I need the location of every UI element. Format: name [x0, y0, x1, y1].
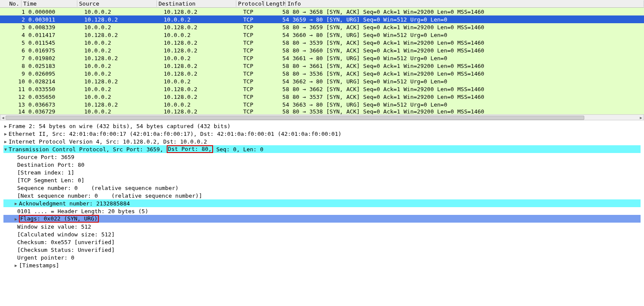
packet-row[interactable]: 90.02609510.0.0.210.128.0.2TCP5880 → 353… [0, 70, 644, 77]
field-src-port-label: Source Port: 3659 [17, 154, 74, 160]
cell-info: 80 → 3536 [SYN, ACK] Seq=0 Ack=1 Win=292… [291, 70, 644, 77]
packet-row[interactable]: 110.03355010.0.0.210.128.0.2TCP5880 → 36… [0, 85, 644, 93]
field-next-seq[interactable]: [Next sequence number: 0 (relative seque… [3, 192, 644, 199]
field-seq-number-label: Sequence number: 0 (relative sequence nu… [17, 185, 179, 191]
cell-time: 0.003011 [27, 16, 82, 23]
packet-row[interactable]: 130.03667310.128.0.210.0.0.2TCP543663 → … [0, 101, 644, 108]
field-timestamps[interactable]: [Timestamps] [3, 261, 644, 269]
cell-length: 54 [269, 16, 291, 23]
cell-source: 10.0.0.2 [82, 94, 162, 100]
field-window-size[interactable]: Window size value: 512 [3, 223, 644, 230]
packet-row[interactable]: 10.00000010.0.0.210.128.0.2TCP5880 → 365… [0, 8, 644, 15]
cell-length: 58 [269, 9, 291, 15]
packet-details: Frame 2: 54 bytes on wire (432 bits), 54… [0, 120, 644, 286]
tree-ip-label: Internet Protocol Version 4, Src: 10.128… [9, 138, 207, 145]
col-header-length[interactable]: Length [264, 0, 286, 7]
expand-icon[interactable] [14, 217, 18, 221]
cell-dest: 10.128.0.2 [162, 86, 241, 92]
field-header-length[interactable]: 0101 .... = Header Length: 20 bytes (5) [3, 207, 644, 215]
cell-time: 0.011545 [27, 40, 82, 46]
cell-no: 9 [5, 70, 27, 77]
packet-row[interactable]: 60.01697510.0.0.210.128.0.2TCP5880 → 366… [0, 46, 644, 54]
field-seq-number[interactable]: Sequence number: 0 (relative sequence nu… [3, 184, 644, 192]
cell-time: 0.016975 [27, 47, 82, 54]
expand-icon[interactable] [3, 139, 8, 144]
field-calc-window-size[interactable]: [Calculated window size: 512] [3, 230, 644, 238]
cell-no: 3 [5, 24, 27, 31]
field-dst-port-label: Destination Port: 80 [17, 162, 85, 168]
cell-protocol: TCP [241, 70, 269, 77]
cell-time: 0.008339 [27, 24, 82, 31]
field-dst-port[interactable]: Destination Port: 80 [3, 161, 644, 168]
field-segment-len-label: [TCP Segment Len: 0] [17, 177, 85, 184]
cell-no: 2 [5, 16, 27, 23]
cell-no: 11 [5, 86, 27, 92]
cell-info: 80 → 3538 [SYN, ACK] Seq=0 Ack=1 Win=292… [291, 108, 644, 114]
tree-tcp-dst-port-highlight: Dst Port: 80, [167, 145, 213, 153]
col-header-no[interactable]: No. [0, 0, 21, 7]
cell-protocol: TCP [241, 78, 269, 85]
field-checksum-status-label: [Checksum Status: Unverified] [17, 247, 115, 253]
cell-length: 58 [269, 24, 291, 31]
packet-row[interactable]: 20.00301110.128.0.210.0.0.2TCP543659 → 8… [0, 15, 644, 23]
packet-row[interactable]: 120.03565010.0.0.210.128.0.2TCP5880 → 35… [0, 93, 644, 101]
cell-length: 58 [269, 108, 291, 114]
cell-no: 10 [5, 78, 27, 85]
field-segment-len[interactable]: [TCP Segment Len: 0] [3, 176, 644, 184]
packet-row[interactable]: 50.01154510.0.0.210.128.0.2TCP5880 → 353… [0, 39, 644, 46]
cell-info: 3659 → 80 [SYN, URG] Seq=0 Win=512 Urg=0… [291, 16, 644, 23]
cell-source: 10.0.0.2 [82, 47, 162, 54]
packet-row[interactable]: 70.01980210.128.0.210.0.0.2TCP543661 → 8… [0, 54, 644, 62]
tree-tcp[interactable]: Transmission Control Protocol, Src Port:… [3, 145, 641, 153]
collapse-icon[interactable] [3, 147, 8, 152]
expand-icon[interactable] [14, 263, 18, 268]
packet-row[interactable]: 140.03672910.0.0.210.128.0.2TCP5880 → 35… [0, 108, 644, 114]
cell-info: 80 → 3662 [SYN, ACK] Seq=0 Ack=1 Win=292… [291, 86, 644, 92]
scroll-right-icon[interactable]: ▶ [638, 115, 644, 121]
cell-protocol: TCP [241, 32, 269, 38]
tree-frame[interactable]: Frame 2: 54 bytes on wire (432 bits), 54… [3, 122, 644, 130]
field-ack-number[interactable]: Acknowledgment number: 2132885884 [3, 199, 641, 207]
col-header-info[interactable]: Info [286, 0, 644, 7]
cell-time: 0.036729 [27, 108, 82, 114]
cell-info: 3662 → 80 [SYN, URG] Seq=0 Win=512 Urg=0… [291, 78, 644, 85]
packet-row[interactable]: 30.00833910.0.0.210.128.0.2TCP5880 → 365… [0, 23, 644, 31]
tree-ip[interactable]: Internet Protocol Version 4, Src: 10.128… [3, 138, 644, 145]
cell-dest: 10.0.0.2 [162, 78, 241, 85]
expand-icon[interactable] [3, 132, 8, 136]
cell-source: 10.0.0.2 [82, 9, 162, 15]
scrollbar-thumb[interactable] [6, 116, 584, 120]
cell-time: 0.025183 [27, 63, 82, 69]
col-header-time[interactable]: Time [21, 0, 77, 7]
cell-dest: 10.0.0.2 [162, 16, 241, 23]
expand-icon[interactable] [3, 124, 8, 129]
scroll-left-icon[interactable]: ◀ [0, 115, 6, 121]
cell-length: 54 [269, 55, 291, 61]
cell-length: 58 [269, 86, 291, 92]
cell-time: 0.011417 [27, 32, 82, 38]
cell-source: 10.128.0.2 [82, 32, 162, 38]
cell-dest: 10.128.0.2 [162, 47, 241, 54]
cell-source: 10.0.0.2 [82, 63, 162, 69]
field-urgent-pointer[interactable]: Urgent pointer: 0 [3, 254, 644, 261]
packet-row[interactable]: 80.02518310.0.0.210.128.0.2TCP5880 → 366… [0, 62, 644, 70]
packet-list-body[interactable]: 10.00000010.0.0.210.128.0.2TCP5880 → 365… [0, 8, 644, 114]
field-stream-index[interactable]: [Stream index: 1] [3, 168, 644, 176]
field-checksum-status[interactable]: [Checksum Status: Unverified] [3, 246, 644, 254]
packet-list-header[interactable]: No. Time Source Destination Protocol Len… [0, 0, 644, 8]
field-src-port[interactable]: Source Port: 3659 [3, 153, 644, 161]
packet-row[interactable]: 40.01141710.128.0.210.0.0.2TCP543660 → 8… [0, 31, 644, 39]
tree-ethernet[interactable]: Ethernet II, Src: 42:01:0a:f0:00:17 (42:… [3, 130, 644, 138]
col-header-protocol[interactable]: Protocol [236, 0, 264, 7]
col-header-source[interactable]: Source [77, 0, 157, 7]
col-header-dest[interactable]: Destination [157, 0, 236, 7]
field-checksum[interactable]: Checksum: 0xe557 [unverified] [3, 238, 644, 246]
packet-list: No. Time Source Destination Protocol Len… [0, 0, 644, 120]
cell-dest: 10.0.0.2 [162, 32, 241, 38]
cell-length: 54 [269, 101, 291, 108]
packet-row[interactable]: 100.02821410.128.0.210.0.0.2TCP543662 → … [0, 77, 644, 85]
tree-tcp-label-pre: Transmission Control Protocol, Src Port:… [9, 146, 167, 153]
horizontal-scrollbar[interactable]: ◀ ▶ [0, 114, 644, 120]
expand-icon[interactable] [14, 201, 18, 206]
field-flags[interactable]: Flags: 0x022 (SYN, URG) [3, 215, 641, 223]
